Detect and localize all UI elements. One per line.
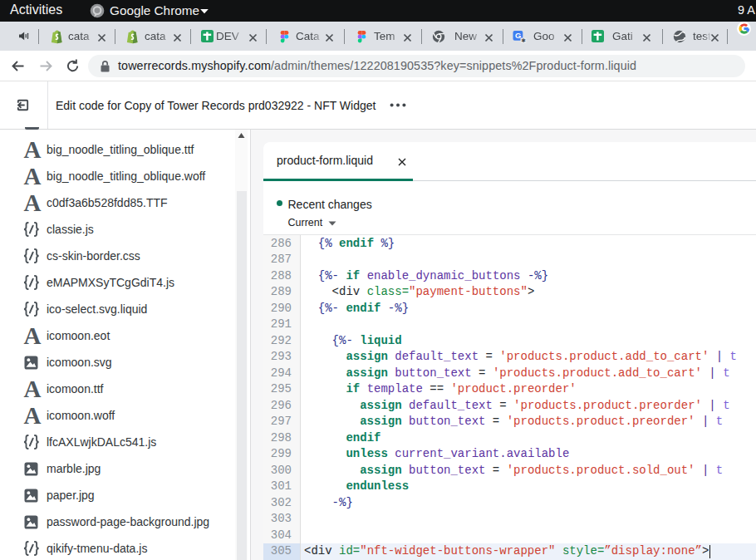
svg-text:✱: ✱ [522, 37, 526, 43]
svg-text:G: G [515, 31, 521, 40]
